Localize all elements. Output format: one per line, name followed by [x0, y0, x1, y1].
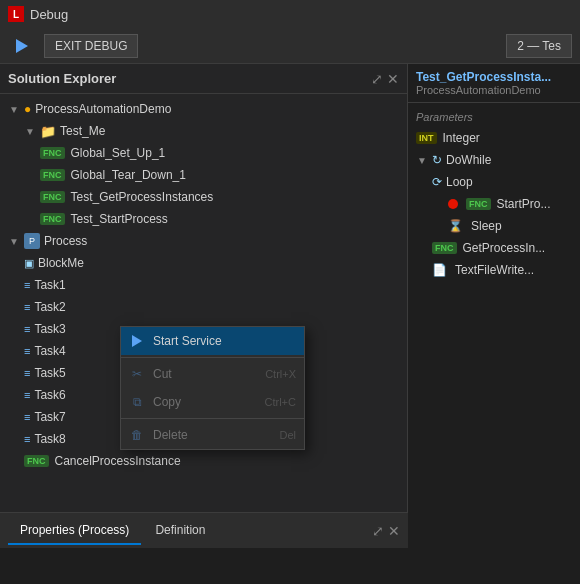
list-item: INT Integer — [408, 127, 580, 149]
list-item: ↻ DoWhile — [408, 149, 580, 171]
task-icon: ≡ — [24, 345, 30, 357]
task-icon: ≡ — [24, 323, 30, 335]
play-icon — [16, 39, 28, 53]
separator-1 — [121, 357, 304, 358]
item-label: Sleep — [471, 219, 502, 233]
task-icon: ≡ — [24, 411, 30, 423]
solution-tree: ● ProcessAutomationDemo 📁 Test_Me FNC Gl… — [0, 94, 407, 548]
sleep-icon: ⌛ — [448, 219, 463, 233]
test-folder[interactable]: 📁 Test_Me — [0, 120, 407, 142]
list-item[interactable]: ▣ BlockMe — [0, 252, 407, 274]
item-label: Task6 — [34, 388, 65, 402]
right-panel-content: Parameters INT Integer ↻ DoWhile ⟳ Loop … — [408, 103, 580, 285]
task-icon: ≡ — [24, 367, 30, 379]
right-panel-subtitle: ProcessAutomationDemo — [416, 84, 572, 96]
textfile-icon: 📄 — [432, 263, 447, 277]
task-icon: ≡ — [24, 389, 30, 401]
item-label: TextFileWrite... — [455, 263, 534, 277]
cut-icon: ✂ — [129, 366, 145, 382]
test-folder-label: Test_Me — [60, 124, 105, 138]
bottom-tabs: Properties (Process) Definition ⤢ ✕ — [0, 512, 408, 548]
main-layout: Solution Explorer ⤢ ✕ ● ProcessAutomatio… — [0, 64, 580, 548]
block-icon: ▣ — [24, 257, 34, 270]
list-item[interactable]: FNC Test_GetProcessInstances — [0, 186, 407, 208]
process-arrow — [8, 235, 20, 247]
cut-shortcut: Ctrl+X — [265, 368, 296, 380]
list-item[interactable]: FNC Test_StartProcess — [0, 208, 407, 230]
project-label: ProcessAutomationDemo — [35, 102, 171, 116]
solution-explorer-header: Solution Explorer ⤢ ✕ — [0, 64, 407, 94]
fnc-badge: FNC — [466, 198, 491, 210]
context-menu-cut[interactable]: ✂ Cut Ctrl+X — [121, 360, 304, 388]
delete-icon: 🗑 — [129, 427, 145, 443]
item-label: Loop — [446, 175, 473, 189]
item-label: CancelProcessInstance — [55, 454, 181, 468]
process-folder[interactable]: P Process — [0, 230, 407, 252]
task-icon: ≡ — [24, 301, 30, 313]
fnc-badge: FNC — [40, 147, 65, 159]
list-item: FNC StartPro... — [408, 193, 580, 215]
loop-icon: ⟳ — [432, 175, 442, 189]
item-label: Task5 — [34, 366, 65, 380]
solution-explorer-title: Solution Explorer — [8, 71, 116, 86]
cut-label: Cut — [153, 367, 257, 381]
list-item[interactable]: FNC CancelProcessInstance — [0, 450, 407, 472]
context-menu-copy[interactable]: ⧉ Copy Ctrl+C — [121, 388, 304, 416]
project-root[interactable]: ● ProcessAutomationDemo — [0, 98, 407, 120]
item-label: Task4 — [34, 344, 65, 358]
item-label: Task1 — [34, 278, 65, 292]
item-label: GetProcessIn... — [463, 241, 546, 255]
item-label: Task8 — [34, 432, 65, 446]
close-icon[interactable]: ✕ — [387, 71, 399, 87]
close-tab-icon[interactable]: ✕ — [388, 523, 400, 539]
fnc-badge: FNC — [432, 242, 457, 254]
tab-definition[interactable]: Definition — [143, 517, 217, 545]
breakpoint-dot — [448, 199, 458, 209]
item-label: Task3 — [34, 322, 65, 336]
list-item[interactable]: FNC Global_Set_Up_1 — [0, 142, 407, 164]
test-folder-arrow — [24, 125, 36, 137]
debug-play-button[interactable] — [8, 32, 36, 60]
item-label: Task7 — [34, 410, 65, 424]
process-folder-icon: P — [24, 233, 40, 249]
play-icon — [129, 333, 145, 349]
folder-icon: 📁 — [40, 124, 56, 139]
item-label: Integer — [443, 131, 480, 145]
expand-icon[interactable]: ⤢ — [371, 71, 383, 87]
list-item: ⌛ Sleep — [408, 215, 580, 237]
copy-label: Copy — [153, 395, 257, 409]
dowhile-arrow — [416, 154, 428, 166]
item-label: Global_Tear_Down_1 — [71, 168, 186, 182]
context-menu-delete[interactable]: 🗑 Delete Del — [121, 421, 304, 449]
item-label: Test_GetProcessInstances — [71, 190, 214, 204]
list-item[interactable]: ≡ Task1 — [0, 274, 407, 296]
start-service-label: Start Service — [153, 334, 296, 348]
item-label: BlockMe — [38, 256, 84, 270]
context-menu: Start Service ✂ Cut Ctrl+X ⧉ Copy Ctrl+C… — [120, 326, 305, 450]
dowhile-icon: ↻ — [432, 153, 442, 167]
copy-shortcut: Ctrl+C — [265, 396, 296, 408]
right-panel-header: Test_GetProcessInsta... ProcessAutomatio… — [408, 64, 580, 103]
exit-debug-button[interactable]: EXIT DEBUG — [44, 34, 138, 58]
parameters-label: Parameters — [408, 107, 580, 127]
list-item[interactable]: ≡ Task2 — [0, 296, 407, 318]
window-title: Debug — [30, 7, 68, 22]
fnc-badge: FNC — [40, 191, 65, 203]
list-item: 📄 TextFileWrite... — [408, 259, 580, 281]
process-folder-label: Process — [44, 234, 87, 248]
tab-action-icons: ⤢ ✕ — [372, 523, 400, 539]
title-bar: L Debug — [0, 0, 580, 28]
delete-label: Delete — [153, 428, 271, 442]
expand-tab-icon[interactable]: ⤢ — [372, 523, 384, 539]
task-icon: ≡ — [24, 433, 30, 445]
item-label: Global_Set_Up_1 — [71, 146, 166, 160]
tab-properties[interactable]: Properties (Process) — [8, 517, 141, 545]
right-panel-title: Test_GetProcessInsta... — [416, 70, 572, 84]
fnc-badge: FNC — [40, 213, 65, 225]
list-item[interactable]: FNC Global_Tear_Down_1 — [0, 164, 407, 186]
context-menu-start-service[interactable]: Start Service — [121, 327, 304, 355]
debug-toolbar: EXIT DEBUG 2 — Tes — [0, 28, 580, 64]
separator-2 — [121, 418, 304, 419]
fnc-badge: FNC — [24, 455, 49, 467]
item-label: DoWhile — [446, 153, 491, 167]
